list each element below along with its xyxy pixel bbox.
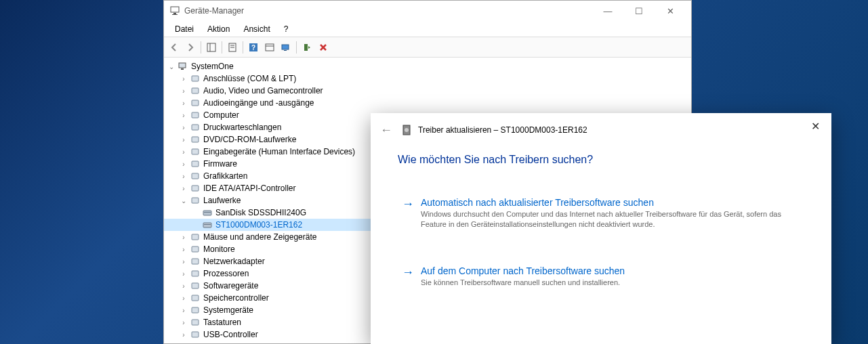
action-button[interactable] bbox=[262, 40, 277, 55]
minimize-button[interactable]: — bbox=[592, 1, 623, 21]
expand-toggle-icon[interactable]: › bbox=[179, 136, 188, 144]
device-category-icon bbox=[190, 244, 201, 255]
svg-rect-36 bbox=[192, 283, 199, 288]
tree-node[interactable]: ›Audioeingänge und -ausgänge bbox=[164, 97, 691, 109]
tree-node-label: Prozessoren bbox=[203, 269, 249, 278]
option-content: Auf dem Computer nach Treibersoftware su… bbox=[421, 265, 800, 288]
arrow-right-icon: → bbox=[402, 265, 414, 279]
dialog-body: Wie möchten Sie nach Treibern suchen? → … bbox=[371, 154, 831, 292]
option-description: Sie können Treibersoftware manuell suche… bbox=[421, 278, 800, 288]
svg-rect-40 bbox=[192, 332, 199, 337]
tree-node[interactable]: ⌄SystemOne bbox=[164, 60, 691, 72]
window-title: Geräte-Manager bbox=[184, 6, 592, 16]
device-category-icon bbox=[202, 219, 213, 230]
tree-node-label: IDE ATA/ATAPI-Controller bbox=[203, 184, 295, 193]
svg-text:?: ? bbox=[251, 44, 255, 51]
expand-toggle-icon[interactable]: › bbox=[179, 75, 188, 83]
svg-rect-27 bbox=[192, 198, 199, 203]
tree-node[interactable]: ›Audio, Video und Gamecontroller bbox=[164, 85, 691, 97]
svg-rect-12 bbox=[282, 45, 289, 49]
svg-rect-32 bbox=[192, 234, 199, 240]
svg-rect-1 bbox=[173, 13, 176, 14]
update-driver-button[interactable] bbox=[299, 40, 314, 55]
svg-rect-21 bbox=[192, 125, 199, 130]
svg-rect-25 bbox=[192, 173, 199, 179]
option-description: Windows durchsucht den Computer und das … bbox=[421, 209, 800, 230]
tree-node-label: Audio, Video und Gamecontroller bbox=[203, 86, 323, 95]
close-button[interactable]: ✕ bbox=[655, 1, 686, 21]
dialog-option-browse-computer[interactable]: → Auf dem Computer nach Treibersoftware … bbox=[398, 261, 804, 292]
device-category-icon bbox=[190, 171, 201, 181]
menubar: Datei Aktion Ansicht ? bbox=[164, 21, 691, 37]
dialog-option-auto-search[interactable]: → Automatisch nach aktualisierter Treibe… bbox=[398, 193, 804, 234]
option-content: Automatisch nach aktualisierter Treibers… bbox=[421, 197, 800, 230]
device-category-icon bbox=[190, 305, 201, 316]
expand-toggle-icon[interactable]: › bbox=[179, 295, 188, 302]
expand-toggle-icon[interactable]: › bbox=[179, 282, 188, 290]
menu-view[interactable]: Ansicht bbox=[238, 23, 275, 35]
expand-toggle-icon[interactable]: › bbox=[179, 331, 188, 339]
device-category-icon bbox=[190, 98, 201, 108]
menu-help[interactable]: ? bbox=[278, 23, 294, 35]
device-category-icon bbox=[190, 146, 201, 157]
expand-toggle-icon[interactable]: › bbox=[179, 100, 188, 107]
tree-node-label: Tastaturen bbox=[203, 318, 241, 327]
expand-toggle-icon[interactable]: › bbox=[179, 258, 188, 265]
expand-toggle-icon[interactable]: › bbox=[179, 270, 188, 278]
expand-toggle-icon[interactable]: › bbox=[179, 185, 188, 192]
device-category-icon bbox=[190, 232, 201, 242]
dialog-title: Treiber aktualisieren – ST1000DM003-1ER1… bbox=[418, 125, 587, 135]
show-hide-tree-button[interactable] bbox=[204, 40, 219, 55]
expand-toggle-icon[interactable]: › bbox=[179, 246, 188, 253]
device-category-icon bbox=[178, 61, 188, 72]
expand-toggle-icon[interactable]: › bbox=[179, 160, 188, 168]
expand-toggle-icon[interactable]: › bbox=[179, 112, 188, 119]
expand-toggle-icon[interactable]: › bbox=[179, 87, 188, 95]
expand-toggle-icon[interactable]: › bbox=[179, 124, 188, 131]
expand-toggle-icon[interactable]: › bbox=[179, 319, 188, 326]
dialog-close-button[interactable]: ✕ bbox=[808, 120, 822, 133]
forward-button[interactable] bbox=[183, 40, 198, 55]
svg-rect-28 bbox=[203, 211, 211, 215]
tree-node-label: Druckwarteschlangen bbox=[203, 123, 281, 132]
help-button[interactable]: ? bbox=[246, 40, 261, 55]
expand-toggle-icon[interactable]: › bbox=[179, 234, 188, 241]
tree-node-label: Softwaregeräte bbox=[203, 281, 258, 291]
expand-toggle-icon[interactable]: › bbox=[179, 148, 188, 156]
tree-node-label: Audioeingänge und -ausgänge bbox=[203, 98, 314, 108]
option-title: Auf dem Computer nach Treibersoftware su… bbox=[421, 265, 800, 276]
tree-node-label: ST1000DM003-1ER162 bbox=[215, 220, 302, 230]
tree-node-label: Mäuse und andere Zeigegeräte bbox=[203, 232, 316, 242]
device-category-icon bbox=[190, 293, 201, 303]
device-category-icon bbox=[190, 122, 201, 133]
tree-node-label: Anschlüsse (COM & LPT) bbox=[203, 74, 296, 83]
scan-hardware-button[interactable] bbox=[278, 40, 293, 55]
maximize-button[interactable]: ☐ bbox=[623, 1, 655, 21]
expand-toggle-icon[interactable]: ⌄ bbox=[179, 197, 188, 205]
dialog-back-button[interactable]: ← bbox=[380, 123, 396, 137]
device-category-icon bbox=[190, 268, 201, 279]
svg-rect-10 bbox=[266, 44, 274, 51]
uninstall-button[interactable] bbox=[316, 40, 331, 55]
device-category-icon bbox=[190, 280, 201, 291]
back-button[interactable] bbox=[167, 40, 182, 55]
tree-node-label: Systemgeräte bbox=[203, 305, 253, 315]
device-category-icon bbox=[190, 73, 201, 84]
menu-action[interactable]: Aktion bbox=[202, 23, 235, 35]
svg-rect-39 bbox=[192, 320, 199, 325]
properties-button[interactable] bbox=[225, 40, 240, 55]
expand-toggle-icon[interactable]: › bbox=[179, 173, 188, 180]
tree-node-label: Grafikkarten bbox=[203, 171, 247, 181]
tree-node-label: DVD/CD-ROM-Laufwerke bbox=[203, 135, 296, 144]
update-driver-dialog: ← Treiber aktualisieren – ST1000DM003-1E… bbox=[371, 113, 831, 344]
expand-toggle-icon[interactable]: › bbox=[179, 307, 188, 314]
svg-rect-34 bbox=[192, 259, 199, 264]
device-manager-icon bbox=[169, 5, 180, 16]
svg-rect-26 bbox=[192, 186, 199, 191]
svg-rect-17 bbox=[192, 76, 199, 81]
expand-toggle-icon[interactable]: ⌄ bbox=[167, 63, 176, 70]
tree-node[interactable]: ›Anschlüsse (COM & LPT) bbox=[164, 72, 691, 85]
svg-rect-2 bbox=[172, 14, 178, 15]
device-category-icon bbox=[190, 158, 201, 169]
menu-file[interactable]: Datei bbox=[169, 23, 199, 35]
